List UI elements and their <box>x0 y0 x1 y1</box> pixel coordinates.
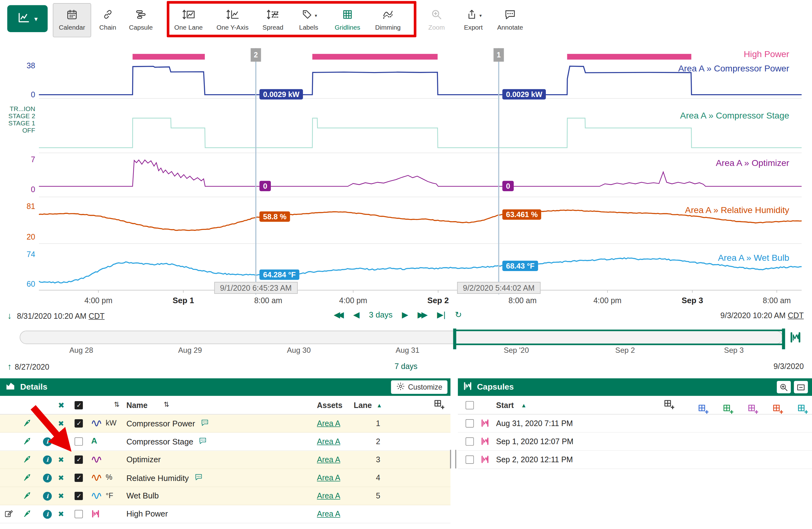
lane-column-header[interactable]: Lane <box>354 400 372 409</box>
comment-icon[interactable] <box>194 473 203 483</box>
timezone-link[interactable]: CDT <box>88 312 104 320</box>
asset-link[interactable]: Area A <box>317 473 340 482</box>
toolbar-button-spread[interactable]: Spread <box>257 3 289 38</box>
timezone-link[interactable]: CDT <box>788 311 803 320</box>
select-all-checkbox[interactable] <box>466 401 474 410</box>
lane-label-optimizer[interactable]: Area A » Optimizer <box>716 158 789 169</box>
series-stage[interactable] <box>39 118 802 148</box>
worksheet-view-selector[interactable]: ▾ <box>7 5 48 32</box>
range-refresh[interactable]: ↻ <box>455 310 462 320</box>
toolbar-button-capsule[interactable]: Capsule <box>125 3 157 38</box>
item-name[interactable]: Wet Bulb <box>126 491 159 501</box>
customize-button[interactable]: Customize <box>391 380 447 394</box>
info-icon[interactable]: i <box>43 455 52 464</box>
rocket-icon[interactable] <box>23 455 32 466</box>
series-optimizer[interactable] <box>39 160 802 187</box>
toolbar-button-zoom[interactable]: Zoom <box>421 3 451 38</box>
info-icon[interactable]: i <box>43 437 52 446</box>
start-column-header[interactable]: Start <box>496 400 514 409</box>
remove-icon[interactable]: ✖ <box>58 492 64 500</box>
row-checkbox[interactable] <box>466 455 474 464</box>
remove-icon[interactable]: ✖ <box>58 474 64 482</box>
lane-label-high-power[interactable]: High Power <box>744 49 789 60</box>
display-range-start[interactable]: ↓ 8/31/2020 10:20 AM CDT <box>7 311 104 321</box>
remove-icon[interactable]: ✖ <box>58 437 64 446</box>
high-power-capsule-bar[interactable] <box>132 54 205 60</box>
sort-icon[interactable]: ⇅ <box>164 400 169 408</box>
asset-link[interactable]: Area A <box>317 491 340 500</box>
item-name[interactable]: Compressor Power <box>126 418 209 429</box>
timeline-selection[interactable] <box>455 330 784 345</box>
trend-plot-area[interactable] <box>39 49 802 293</box>
zoom-to-capsule-button[interactable] <box>777 381 791 393</box>
range-step-to-end[interactable]: ▶| <box>437 310 446 320</box>
row-checkbox[interactable] <box>74 419 83 428</box>
add-column-icon[interactable] <box>664 400 674 411</box>
row-checkbox[interactable] <box>74 474 83 482</box>
toolbar-button-one-lane[interactable]: One Lane <box>169 3 208 38</box>
display-range-end[interactable]: 9/3/2020 10:20 AM CDT <box>720 311 803 320</box>
remove-all-icon[interactable]: ✖ <box>58 400 64 410</box>
high-power-capsule-bar[interactable] <box>312 54 438 60</box>
high-power-capsule-bar[interactable] <box>567 54 691 60</box>
range-step-back[interactable]: ◀ <box>353 310 359 320</box>
lane-label-power[interactable]: Area A » Compressor Power <box>678 63 789 74</box>
remove-icon[interactable]: ✖ <box>58 419 64 428</box>
timeline-capsule-icon[interactable] <box>789 331 802 346</box>
range-step-back-all[interactable]: ◀◀ <box>334 310 344 320</box>
item-name[interactable]: Relative Humidity <box>126 473 203 483</box>
row-checkbox[interactable] <box>74 437 83 446</box>
cursor-handle[interactable]: 2 <box>251 48 261 62</box>
range-step-forward[interactable]: ▶ <box>402 310 408 320</box>
cursor-line[interactable] <box>498 48 499 295</box>
sort-icon[interactable]: ⇅ <box>114 400 120 408</box>
toolbar-button-annotate[interactable]: Annotate <box>491 3 529 38</box>
remove-icon[interactable]: ✖ <box>58 455 64 464</box>
expand-range-start-icon[interactable]: ↓ <box>7 311 12 321</box>
lane-label-humidity[interactable]: Area A » Relative Humidity <box>685 205 789 216</box>
cursor-handle[interactable]: 1 <box>493 48 504 62</box>
select-all-checkbox[interactable] <box>74 401 83 410</box>
timeline-slider[interactable] <box>20 331 783 344</box>
row-checkbox[interactable] <box>74 510 83 518</box>
asset-link[interactable]: Area A <box>317 418 340 427</box>
rocket-icon[interactable] <box>23 418 32 429</box>
edit-icon[interactable] <box>4 509 13 520</box>
range-duration-label[interactable]: 3 days <box>369 310 392 319</box>
asset-link[interactable]: Area A <box>317 509 340 518</box>
item-name[interactable]: Optimizer <box>126 455 161 464</box>
range-step-forward-all[interactable]: ▶▶ <box>418 310 428 320</box>
name-column-header[interactable]: Name <box>126 400 147 409</box>
cursor-line[interactable] <box>255 48 256 295</box>
investigate-range-start[interactable]: ↑8/27/2020 <box>7 362 49 372</box>
add-column-icon[interactable] <box>434 400 444 411</box>
rocket-icon[interactable] <box>23 491 32 502</box>
info-icon[interactable]: i <box>43 510 52 519</box>
row-checkbox[interactable] <box>466 419 474 428</box>
selection-left-handle[interactable] <box>453 328 456 349</box>
toolbar-button-calendar[interactable]: Calendar <box>53 3 91 38</box>
series-wetbulb[interactable] <box>39 258 802 283</box>
info-icon[interactable]: i <box>43 474 52 483</box>
rocket-icon[interactable] <box>23 437 32 447</box>
toolbar-button-dimming[interactable]: Dimming <box>369 3 407 38</box>
assets-column-header[interactable]: Assets <box>317 400 343 409</box>
trend-chart[interactable]: 380TR...IONSTAGE 2STAGE 1OFF7081207460Hi… <box>0 42 812 311</box>
toolbar-button-export[interactable]: ▾Export <box>458 3 489 38</box>
comment-icon[interactable] <box>200 418 209 429</box>
toolbar-button-one-yaxis[interactable]: One Y-Axis <box>211 3 255 38</box>
panel-splitter[interactable] <box>450 450 456 469</box>
selection-right-handle[interactable] <box>782 328 785 349</box>
rocket-icon[interactable] <box>23 473 32 484</box>
row-checkbox[interactable] <box>74 492 83 500</box>
lane-label-wetbulb[interactable]: Area A » Wet Bulb <box>718 253 789 263</box>
remove-icon[interactable]: ✖ <box>58 510 64 518</box>
toolbar-button-labels[interactable]: ▾Labels <box>291 3 327 38</box>
row-checkbox[interactable] <box>74 455 83 464</box>
item-name[interactable]: High Power <box>126 509 168 519</box>
collapse-panel-button[interactable] <box>794 381 808 393</box>
rocket-icon[interactable] <box>23 509 32 520</box>
investigate-range-end[interactable]: 9/3/2020 <box>773 362 803 371</box>
row-checkbox[interactable] <box>466 437 474 446</box>
info-icon[interactable]: i <box>43 492 52 501</box>
